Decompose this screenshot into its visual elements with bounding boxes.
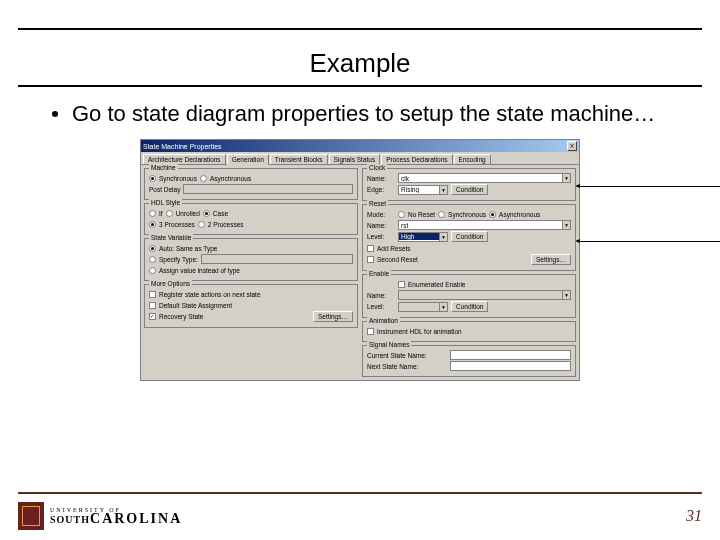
footer-row: UNIVERSITY OF SOUTHCAROLINA 31 (0, 494, 720, 540)
radio-asynchronous[interactable] (200, 175, 207, 182)
tab-arch-decl[interactable]: Architecture Declarations (143, 154, 226, 164)
reset-settings-button[interactable]: Settings… (531, 254, 571, 265)
dialog-titlebar: State Machine Properties X (141, 140, 579, 152)
enable-condition-button[interactable]: Condition (451, 301, 488, 312)
more-settings-button[interactable]: Settings… (313, 311, 353, 322)
radio-auto-type[interactable] (149, 245, 156, 252)
reset-name-combo[interactable]: rst▼ (398, 220, 571, 230)
page-number: 31 (686, 507, 702, 525)
group-reset: Reset Mode: No Reset Synchronous Asynchr… (362, 204, 576, 271)
tab-signals[interactable]: Signals Status (329, 154, 381, 164)
reset-level-combo[interactable]: High▼ (398, 232, 448, 242)
radio-2proc[interactable] (198, 221, 205, 228)
radio-sync-reset[interactable] (438, 211, 445, 218)
slide-title: Example (0, 30, 720, 85)
clock-edge-combo[interactable]: Rising▼ (398, 185, 448, 195)
check-instrument-hdl[interactable] (367, 328, 374, 335)
group-hdl-style: HDL Style If Unrolled Case 3 Processes 2… (144, 203, 358, 235)
clock-name-combo[interactable]: clk▼ (398, 173, 571, 183)
group-clock: Clock Name: clk▼ Edge: Rising▼ Condition (362, 168, 576, 201)
group-more-options: More Options Register state actions on n… (144, 284, 358, 328)
callout-arrow-clock (579, 186, 720, 187)
next-state-name-field[interactable] (450, 361, 571, 371)
radio-assign-value[interactable] (149, 267, 156, 274)
tab-generation[interactable]: Generation (227, 154, 269, 165)
university-name: UNIVERSITY OF SOUTHCAROLINA (50, 508, 182, 524)
radio-unrolled[interactable] (166, 210, 173, 217)
radio-case[interactable] (203, 210, 210, 217)
enable-level-combo[interactable]: ▼ (398, 302, 448, 312)
callout-arrow-reset (579, 241, 720, 242)
enable-name-combo[interactable]: ▼ (398, 290, 571, 300)
tab-process-decl[interactable]: Process Declarations (381, 154, 452, 164)
group-machine: Machine Synchronous Asynchronous Post De… (144, 168, 358, 200)
bullet-dot-icon (52, 111, 58, 117)
post-delay-field[interactable] (183, 184, 353, 194)
check-register-actions[interactable] (149, 291, 156, 298)
reset-condition-button[interactable]: Condition (451, 231, 488, 242)
radio-specify-type[interactable] (149, 256, 156, 263)
current-state-name-field[interactable] (450, 350, 571, 360)
university-logo (18, 502, 44, 530)
radio-synchronous[interactable] (149, 175, 156, 182)
bullet-item: Go to state diagram properties to setup … (0, 87, 720, 137)
tab-encoding[interactable]: Encoding (454, 154, 491, 164)
radio-async-reset[interactable] (489, 211, 496, 218)
check-second-reset[interactable] (367, 256, 374, 263)
radio-3proc[interactable] (149, 221, 156, 228)
close-button[interactable]: X (567, 141, 577, 151)
group-enable: Enable Enumerated Enable Name:▼ Level:▼C… (362, 274, 576, 318)
group-animation: Animation Instrument HDL for animation (362, 321, 576, 342)
check-default-state[interactable] (149, 302, 156, 309)
check-add-resets[interactable] (367, 245, 374, 252)
check-enum-enable[interactable] (398, 281, 405, 288)
specify-type-field[interactable] (201, 254, 353, 264)
group-state-var: State Variable Auto: Same as Type Specif… (144, 238, 358, 281)
group-signal-names: Signal Names Current State Name: Next St… (362, 345, 576, 377)
clock-condition-button[interactable]: Condition (451, 184, 488, 195)
properties-dialog: State Machine Properties X Architecture … (140, 139, 580, 381)
tab-transient[interactable]: Transient Blocks (270, 154, 328, 164)
radio-no-reset[interactable] (398, 211, 405, 218)
check-recovery-state[interactable] (149, 313, 156, 320)
tab-bar: Architecture Declarations Generation Tra… (141, 152, 579, 165)
radio-if[interactable] (149, 210, 156, 217)
